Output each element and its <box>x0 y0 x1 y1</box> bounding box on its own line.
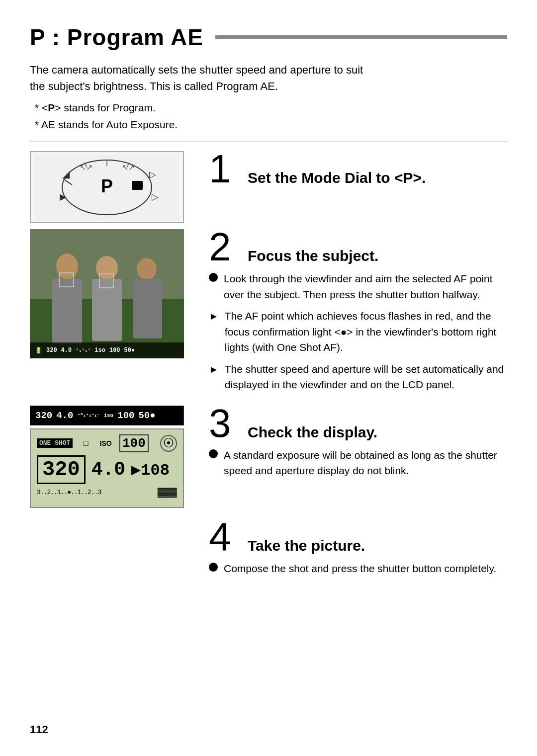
vf-iso-val: 100 <box>109 347 120 354</box>
vf-people-bg <box>30 229 184 358</box>
lcd-panel-shutter: 320 <box>37 455 86 484</box>
step2-bullet2-text: The AF point which achieves focus flashe… <box>225 308 507 355</box>
step2-bullet3: ► The shutter speed and aperture will be… <box>209 361 507 393</box>
svg-point-20 <box>137 258 157 280</box>
vf-shots: 50● <box>124 347 135 354</box>
intro-line2: the subject's brightness. This is called… <box>30 80 278 92</box>
lcd-drive-icon: □ <box>84 439 89 448</box>
lcd-panel-aperture: 4.0 <box>91 459 125 480</box>
lcd-bar-shots: 50● <box>138 410 155 421</box>
step1-title: Set the Mode Dial to <P>. <box>248 169 426 187</box>
right-panel-step4: 4 Take the picture. Compose the shot and… <box>209 519 507 583</box>
step2-content: Look through the viewfinder and aim the … <box>209 271 507 393</box>
lcd-bar: 320 4.0 ⁺⁸ᵢ⁺ᵢ⁺ᵢ⁻ iso 100 50● <box>30 406 184 425</box>
svg-text:▷: ▷ <box>152 192 159 202</box>
step3-section: 320 4.0 ⁺⁸ᵢ⁺ᵢ⁺ᵢ⁻ iso 100 50● ONE SHOT □ … <box>30 406 507 512</box>
vf-iso-label: iso <box>94 347 105 354</box>
svg-rect-17 <box>52 279 82 343</box>
svg-text:↖↗: ↖↗ <box>80 163 92 171</box>
viewfinder-photo: 🔋 320 4.0 ⁺ᵢ⁺ᵢ⁺ iso 100 50● <box>30 229 184 358</box>
lcd-iso-label: ISO <box>100 439 112 447</box>
step1-title-row: 1 Set the Mode Dial to <P>. <box>209 151 507 187</box>
title-rule <box>215 35 507 39</box>
step3-bullet1-text: A standard exposure will be obtained as … <box>224 447 507 479</box>
lcd-battery-icon: ▓▓▓ <box>158 487 177 498</box>
step4-title: Take the picture. <box>248 537 365 555</box>
right-panel-step3: 3 Check the display. A standard exposure… <box>209 406 507 485</box>
vf-status-bar: 🔋 320 4.0 ⁺ᵢ⁺ᵢ⁺ iso 100 50● <box>30 342 184 358</box>
lcd-oneshot-label: ONE SHOT <box>37 438 73 448</box>
step2-section: 🔋 320 4.0 ⁺ᵢ⁺ᵢ⁺ iso 100 50● 2 Focus the … <box>30 229 507 399</box>
note1: * <P> stands for Program. <box>35 99 507 116</box>
lcd-bar-shutter: 320 <box>35 410 52 421</box>
vf-shutter-val: 320 <box>46 347 57 354</box>
step4-number: 4 <box>209 519 244 555</box>
lcd-metering-icon: ⦿ <box>160 435 177 452</box>
svg-text:▷: ▷ <box>149 169 156 179</box>
step4-section: 4 Take the picture. Compose the shot and… <box>30 519 507 583</box>
left-panel-step2: 🔋 320 4.0 ⁺ᵢ⁺ᵢ⁺ iso 100 50● <box>30 229 194 362</box>
lcd-panel-top-row: ONE SHOT □ ISO 100 ⦿ <box>37 434 177 452</box>
step2-title-row: 2 Focus the subject. <box>209 229 507 265</box>
step1-number: 1 <box>209 151 244 187</box>
step2-number: 2 <box>209 229 244 265</box>
left-panel-step1: P ◢ ▶ ▷ ▷ ↖↗ ↖↗ <box>30 151 194 227</box>
step3-number: 3 <box>209 406 244 441</box>
page-number: 112 <box>30 723 48 736</box>
vf-battery-icon: 🔋 <box>35 347 42 354</box>
bullet-triangle-icon: ► <box>209 309 219 324</box>
step2-title: Focus the subject. <box>248 247 378 265</box>
lcd-bar-aperture: 4.0 <box>56 410 73 421</box>
mode-dial-svg: P ◢ ▶ ▷ ▷ ↖↗ ↖↗ <box>35 155 179 220</box>
step4-title-row: 4 Take the picture. <box>209 519 507 555</box>
lcd-panel-main-row: 320 4.0 ▶108 <box>37 455 177 484</box>
step3-bullet-circle <box>209 449 218 458</box>
step4-bullet1: Compose the shot and press the shutter b… <box>209 561 507 577</box>
mode-dial-image: P ◢ ▶ ▷ ▷ ↖↗ ↖↗ <box>30 151 184 223</box>
vf-scale: ⁺ᵢ⁺ᵢ⁺ <box>76 347 90 353</box>
right-panel-step2: 2 Focus the subject. Look through the vi… <box>209 229 507 399</box>
page-title: P : Program AE <box>30 24 203 51</box>
step4-bullet1-text: Compose the shot and press the shutter b… <box>224 561 507 577</box>
lcd-bar-scale: ⁺⁸ᵢ⁺ᵢ⁺ᵢ⁻ <box>77 412 99 419</box>
lcd-panel-bracket: ▶108 <box>131 460 170 480</box>
lcd-iso-value: 100 <box>119 434 149 452</box>
lcd-bar-iso-val: 100 <box>117 410 134 421</box>
step4-content: Compose the shot and press the shutter b… <box>209 561 507 577</box>
vf-aperture-val: 4.0 <box>61 347 72 354</box>
step3-title-row: 3 Check the display. <box>209 406 507 441</box>
step2-bullet1: Look through the viewfinder and aim the … <box>209 271 507 302</box>
svg-text:▶: ▶ <box>60 192 67 202</box>
people-svg <box>30 229 184 358</box>
lcd-panel-bottom-row: 3..2..1..●..1..2..3 ▓▓▓ <box>37 487 177 498</box>
lcd-bar-iso: iso <box>103 413 113 419</box>
right-panel-step1: 1 Set the Mode Dial to <P>. <box>209 151 507 193</box>
bullet-triangle-icon2: ► <box>209 362 219 377</box>
intro-text: The camera automatically sets the shutte… <box>30 62 477 94</box>
lcd-scale-text: 3..2..1..●..1..2..3 <box>37 489 101 496</box>
step2-bullet1-text: Look through the viewfinder and aim the … <box>224 271 507 302</box>
bullet-circle-icon <box>209 273 218 282</box>
step1-row: P ◢ ▶ ▷ ▷ ↖↗ ↖↗ 1 Set th <box>30 151 507 227</box>
svg-rect-21 <box>133 279 162 338</box>
svg-text:◢: ◢ <box>62 168 70 179</box>
svg-rect-4 <box>132 181 143 190</box>
step3-bullet1: A standard exposure will be obtained as … <box>209 447 507 479</box>
step2-bullet3-text: The shutter speed and aperture will be s… <box>225 361 507 393</box>
svg-text:P: P <box>101 176 113 196</box>
step2-bullet2: ► The AF point which achieves focus flas… <box>209 308 507 355</box>
lcd-panel: ONE SHOT □ ISO 100 ⦿ 320 4.0 ▶108 3..2..… <box>30 428 184 508</box>
step3-title: Check the display. <box>248 423 377 441</box>
step4-bullet-circle <box>209 563 218 572</box>
left-panel-step3: 320 4.0 ⁺⁸ᵢ⁺ᵢ⁺ᵢ⁻ iso 100 50● ONE SHOT □ … <box>30 406 194 512</box>
intro-line1: The camera automatically sets the shutte… <box>30 64 363 76</box>
note2: * AE stands for Auto Exposure. <box>35 116 507 133</box>
section-divider <box>30 142 507 142</box>
step3-content: A standard exposure will be obtained as … <box>209 447 507 479</box>
page-title-container: P : Program AE <box>30 24 507 51</box>
